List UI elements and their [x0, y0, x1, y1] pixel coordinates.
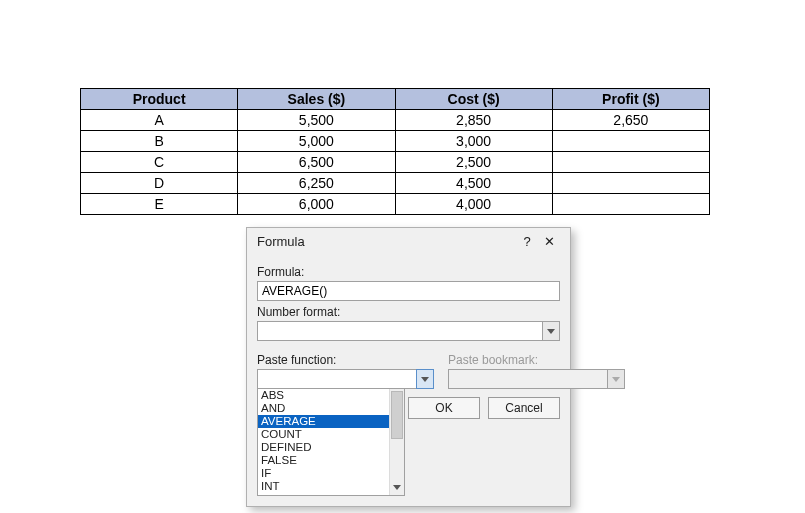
paste-function-label: Paste function:: [257, 353, 434, 367]
formula-label: Formula:: [257, 265, 560, 279]
chevron-down-icon: [421, 377, 429, 382]
table-cell[interactable]: 2,850: [395, 110, 552, 131]
table-row: D6,2504,500: [81, 173, 710, 194]
table-cell[interactable]: 5,500: [238, 110, 395, 131]
paste-bookmark-dropdown-button: [607, 369, 625, 389]
function-listbox[interactable]: ABSANDAVERAGECOUNTDEFINEDFALSEIFINT: [257, 388, 405, 496]
product-table: Product Sales ($) Cost ($) Profit ($) A5…: [80, 88, 710, 215]
formula-dialog: Formula ? ✕ Formula: Number format: Past…: [246, 227, 571, 507]
paste-bookmark-input: [448, 369, 607, 389]
ok-button[interactable]: OK: [408, 397, 480, 419]
scrollbar-down-button[interactable]: [390, 480, 404, 495]
table-row: C6,5002,500: [81, 152, 710, 173]
table-cell[interactable]: 6,500: [238, 152, 395, 173]
table-cell[interactable]: C: [81, 152, 238, 173]
table-cell[interactable]: A: [81, 110, 238, 131]
table-body: A5,5002,8502,650B5,0003,000C6,5002,500D6…: [81, 110, 710, 215]
table-cell[interactable]: [552, 194, 709, 215]
function-list-item[interactable]: FALSE: [258, 454, 389, 467]
col-product: Product: [81, 89, 238, 110]
number-format-label: Number format:: [257, 305, 560, 319]
table-row: E6,0004,000: [81, 194, 710, 215]
chevron-down-icon: [393, 485, 401, 490]
scrollbar-thumb[interactable]: [391, 391, 403, 439]
paste-function-combo[interactable]: [257, 369, 434, 389]
paste-function-dropdown-button[interactable]: [416, 369, 434, 389]
col-cost: Cost ($): [395, 89, 552, 110]
cancel-button[interactable]: Cancel: [488, 397, 560, 419]
table-cell[interactable]: 4,000: [395, 194, 552, 215]
chevron-down-icon: [612, 377, 620, 382]
function-list-item[interactable]: IF: [258, 467, 389, 480]
table-header-row: Product Sales ($) Cost ($) Profit ($): [81, 89, 710, 110]
function-list-item[interactable]: AVERAGE: [258, 415, 389, 428]
col-sales: Sales ($): [238, 89, 395, 110]
function-list-item[interactable]: AND: [258, 402, 389, 415]
table-row: A5,5002,8502,650: [81, 110, 710, 131]
col-profit: Profit ($): [552, 89, 709, 110]
paste-bookmark-combo: [448, 369, 625, 389]
number-format-input[interactable]: [257, 321, 542, 341]
number-format-dropdown-button[interactable]: [542, 321, 560, 341]
table-cell[interactable]: 5,000: [238, 131, 395, 152]
table-cell[interactable]: [552, 152, 709, 173]
table-cell[interactable]: [552, 173, 709, 194]
function-list-items: ABSANDAVERAGECOUNTDEFINEDFALSEIFINT: [258, 389, 389, 493]
table-cell[interactable]: D: [81, 173, 238, 194]
close-button[interactable]: ✕: [538, 234, 560, 249]
table-cell[interactable]: B: [81, 131, 238, 152]
table-cell[interactable]: 2,650: [552, 110, 709, 131]
number-format-combo[interactable]: [257, 321, 560, 341]
function-list-item[interactable]: COUNT: [258, 428, 389, 441]
table-row: B5,0003,000: [81, 131, 710, 152]
dialog-title: Formula: [257, 234, 516, 249]
table-cell[interactable]: 2,500: [395, 152, 552, 173]
chevron-down-icon: [547, 329, 555, 334]
paste-bookmark-label: Paste bookmark:: [448, 353, 625, 367]
function-list-item[interactable]: ABS: [258, 389, 389, 402]
table-cell[interactable]: 6,000: [238, 194, 395, 215]
dialog-body: Formula: Number format: Paste function: …: [247, 255, 570, 506]
table-cell[interactable]: 3,000: [395, 131, 552, 152]
table-cell[interactable]: 6,250: [238, 173, 395, 194]
scrollbar-track[interactable]: [389, 389, 404, 495]
dialog-titlebar[interactable]: Formula ? ✕: [247, 228, 570, 255]
help-button[interactable]: ?: [516, 234, 538, 249]
function-list-item[interactable]: INT: [258, 480, 389, 493]
table-cell[interactable]: [552, 131, 709, 152]
table-cell[interactable]: 4,500: [395, 173, 552, 194]
function-list-item[interactable]: DEFINED: [258, 441, 389, 454]
formula-input[interactable]: [257, 281, 560, 301]
paste-function-input[interactable]: [257, 369, 416, 389]
table-cell[interactable]: E: [81, 194, 238, 215]
